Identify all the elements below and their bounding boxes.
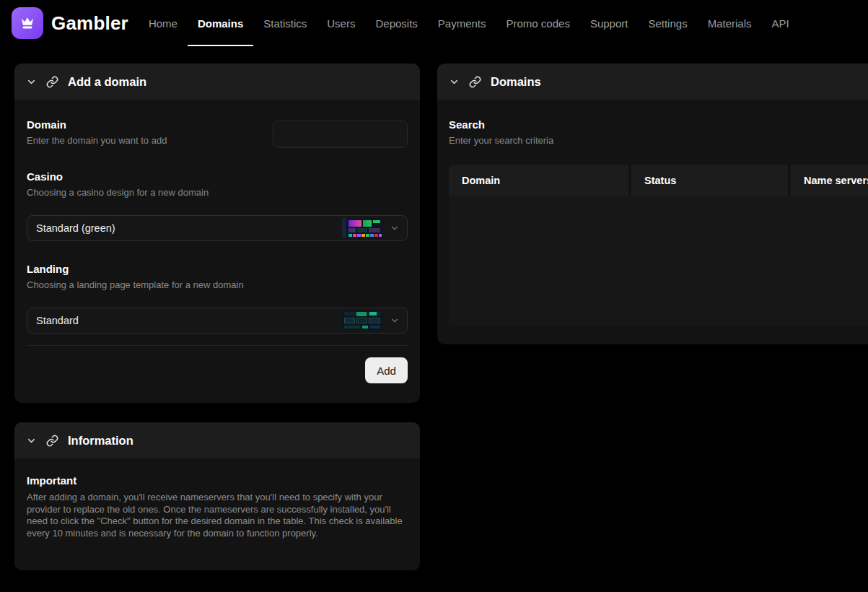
column-header-domain: Domain: [449, 165, 628, 196]
nav-item-api[interactable]: API: [762, 0, 799, 46]
nav-item-deposits[interactable]: Deposits: [365, 0, 427, 46]
nav-item-promo-codes[interactable]: Promo codes: [496, 0, 580, 46]
section-link-icon[interactable]: [46, 435, 58, 447]
nav-item-home[interactable]: Home: [139, 0, 188, 46]
nav-item-payments[interactable]: Payments: [428, 0, 496, 46]
panel-title: Information: [68, 434, 133, 448]
information-body-text: After adding a domain, you'll receive na…: [27, 492, 407, 539]
main-nav: Home Domains Statistics Users Deposits P…: [139, 0, 799, 46]
landing-field-row: Landing Choosing a landing page template…: [27, 263, 244, 290]
landing-select-value: Standard: [36, 315, 342, 326]
chevron-down-icon: [390, 315, 400, 326]
panel-title: Add a domain: [68, 75, 146, 89]
chevron-down-icon: [390, 223, 400, 233]
add-domain-panel-header: Add a domain: [14, 64, 420, 100]
domains-table-body-empty: [449, 196, 868, 325]
domains-panel-header: Domains: [437, 64, 868, 100]
panel-title: Domains: [491, 75, 541, 89]
top-navigation-bar: Gambler Home Domains Statistics Users De…: [0, 0, 868, 46]
nav-item-statistics[interactable]: Statistics: [253, 0, 317, 46]
add-domain-panel: Add a domain Domain Enter the domain you…: [14, 64, 420, 403]
landing-field-label: Landing: [27, 263, 244, 275]
landing-select[interactable]: Standard: [27, 308, 408, 334]
panel-footer-divider: [27, 345, 408, 346]
nav-item-support[interactable]: Support: [580, 0, 639, 46]
domains-table: Domain Status Name servers: [449, 165, 868, 325]
casino-select-value: Standard (green): [36, 222, 342, 234]
nav-item-settings[interactable]: Settings: [638, 0, 697, 46]
search-label: Search: [449, 118, 553, 131]
section-link-icon[interactable]: [46, 76, 58, 88]
brand-name: Gambler: [51, 12, 128, 35]
collapse-chevron-icon[interactable]: [449, 77, 460, 87]
landing-field-hint: Choosing a landing page template for a n…: [27, 279, 244, 290]
add-button[interactable]: Add: [365, 357, 408, 383]
casino-design-thumbnail: [342, 218, 382, 238]
information-panel: Information Important After adding a dom…: [14, 422, 420, 570]
domains-table-header: Domain Status Name servers: [449, 165, 868, 196]
nav-item-domains-label: Domains: [198, 17, 243, 30]
crown-icon: [18, 14, 37, 32]
column-header-name-servers: Name servers: [791, 165, 868, 196]
domain-input[interactable]: [273, 121, 408, 148]
collapse-chevron-icon[interactable]: [26, 435, 37, 446]
column-header-status: Status: [631, 165, 788, 196]
domains-panel: Domains Search Enter your search criteri…: [437, 64, 868, 344]
casino-select[interactable]: Standard (green): [27, 215, 408, 241]
information-heading: Important: [27, 474, 76, 487]
nav-item-users[interactable]: Users: [317, 0, 365, 46]
search-field-row: Search Enter your search criteria: [449, 118, 553, 146]
active-tab-underline: [188, 45, 253, 46]
nav-item-domains[interactable]: Domains: [188, 0, 253, 46]
brand-logo[interactable]: [12, 7, 43, 39]
casino-field-row: Casino Choosing a casino design for a ne…: [27, 170, 209, 198]
nav-item-materials[interactable]: Materials: [698, 0, 762, 46]
section-link-icon[interactable]: [469, 76, 481, 88]
information-panel-header: Information: [14, 422, 420, 458]
casino-field-label: Casino: [27, 170, 209, 183]
casino-field-hint: Choosing a casino design for a new domai…: [27, 187, 209, 198]
landing-template-thumbnail: [342, 310, 382, 331]
search-hint: Enter your search criteria: [449, 135, 553, 146]
collapse-chevron-icon[interactable]: [26, 77, 37, 87]
